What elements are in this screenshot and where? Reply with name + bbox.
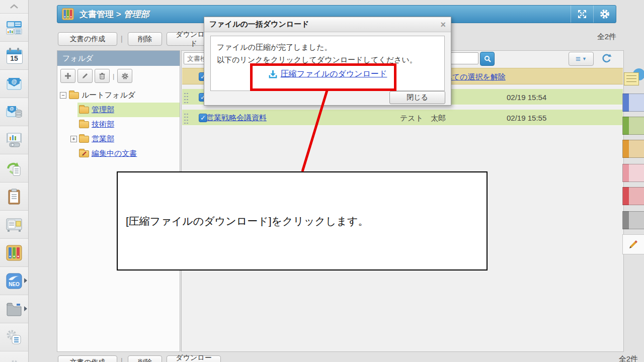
tree-expand-toggle[interactable]: + <box>70 136 77 142</box>
gear-icon <box>7 358 22 362</box>
fullscreen-button[interactable] <box>571 6 593 23</box>
gear-list-icon <box>6 329 23 346</box>
app-item-partial[interactable] <box>0 351 28 362</box>
tree-item-label[interactable]: 技術部 <box>92 120 114 129</box>
view-menu-button[interactable]: ≡ ▼ <box>569 52 594 66</box>
document-title-link[interactable]: 営業戦略会議資料 <box>206 113 267 123</box>
search-icon <box>484 55 492 63</box>
toolbar-separator: | <box>121 35 123 43</box>
dashboard-icon <box>6 20 23 36</box>
tree-item-label[interactable]: 編集中の文書 <box>92 149 137 158</box>
binder-red-icon[interactable] <box>622 187 644 205</box>
toolbar-separator: | <box>113 72 114 80</box>
delete-button-bottom[interactable]: 削除 <box>128 355 162 362</box>
folder-icon <box>79 136 89 143</box>
binder-pink-icon[interactable] <box>622 164 644 182</box>
chevron-up-icon <box>9 4 19 10</box>
edit-folder-button[interactable] <box>77 69 93 83</box>
presentation-icon <box>6 132 23 148</box>
svg-text:NEO: NEO <box>9 282 20 287</box>
gear-icon <box>121 72 129 80</box>
binder-orange-icon[interactable] <box>622 140 644 158</box>
dialog-title: ファイルの一括ダウンロード <box>209 20 440 29</box>
tree-item-gijutsubu[interactable]: 技術部 <box>77 117 180 132</box>
close-button[interactable]: 閉じる <box>389 91 445 104</box>
settings-button[interactable] <box>593 6 616 23</box>
plus-icon <box>64 72 71 79</box>
fullscreen-icon <box>577 9 587 19</box>
folder-icon <box>79 121 89 128</box>
app-item-file-management[interactable] <box>0 295 28 323</box>
document-datetime: 02/19 15:55 <box>507 114 546 122</box>
app-title: 文書管理 <box>79 10 114 19</box>
add-folder-button[interactable] <box>60 69 75 83</box>
tree-item-editing-documents[interactable]: 編集中の文書 <box>77 146 180 161</box>
breadcrumb: 文書管理 > 管理部 <box>79 9 149 20</box>
drag-handle[interactable] <box>184 113 189 124</box>
binders-icon <box>6 244 23 261</box>
binder-gray-icon[interactable] <box>622 211 644 229</box>
create-document-button-bottom[interactable]: 文書の作成 <box>58 355 117 362</box>
svg-text:@: @ <box>10 106 14 111</box>
folder-settings-button[interactable] <box>117 69 132 83</box>
mail-icon: @ <box>6 76 23 92</box>
refresh-icon <box>602 53 612 63</box>
app-launcher-strip: 15 @ @ <box>0 0 29 362</box>
app-item-mail-database[interactable]: @ <box>0 98 28 126</box>
binder-blue-icon[interactable] <box>622 94 644 112</box>
bulletin-board-icon <box>6 217 23 232</box>
dialog-title-bar: ファイルの一括ダウンロード × <box>204 17 451 32</box>
app-item-document-management[interactable] <box>0 239 28 267</box>
submenu-arrow-icon <box>24 278 27 283</box>
app-item-presentation[interactable] <box>0 126 28 154</box>
svg-text:@: @ <box>12 78 17 84</box>
document-author: テスト 太郎 <box>400 114 446 123</box>
mail-database-icon: @ <box>6 105 23 120</box>
breadcrumb-separator: > <box>116 10 121 19</box>
refresh-button[interactable] <box>600 52 614 65</box>
pencil-icon <box>82 72 89 79</box>
pencil-shortcut-icon[interactable] <box>622 234 644 254</box>
current-folder-name: 管理部 <box>123 10 149 19</box>
binder-green-icon[interactable] <box>622 117 644 135</box>
app-item-calendar[interactable]: 15 <box>0 42 28 70</box>
app-item-dashboard[interactable] <box>0 14 28 42</box>
close-icon[interactable]: × <box>440 20 446 29</box>
strip-collapse-button[interactable] <box>0 0 28 14</box>
sync-document-icon <box>6 160 22 176</box>
tree-item-label[interactable]: 営業部 <box>92 134 114 144</box>
tree-item-label[interactable]: 管理部 <box>92 105 114 115</box>
trash-icon <box>99 72 106 79</box>
download-button-bottom[interactable]: ダウンロード <box>167 355 221 362</box>
download-icon <box>268 69 278 79</box>
app-item-sync-document[interactable] <box>0 154 28 183</box>
app-item-bulletin-board[interactable] <box>0 211 28 239</box>
screen: 15 @ @ <box>0 0 644 362</box>
app-item-mail[interactable]: @ <box>0 70 28 98</box>
dialog-message-line2: 以下のリンクをクリックしてダウンロードしてください。 <box>217 53 438 66</box>
pencil-icon <box>82 150 88 156</box>
compressed-file-download-link[interactable]: 圧縮ファイルのダウンロード <box>281 69 387 79</box>
tree-item-kanribu[interactable]: 管理部 <box>77 103 180 117</box>
download-link-row: 圧縮ファイルのダウンロード <box>217 69 438 79</box>
delete-folder-button[interactable] <box>95 69 110 83</box>
search-button[interactable] <box>480 52 495 66</box>
create-document-button[interactable]: 文書の作成 <box>58 32 117 46</box>
app-item-settings-list[interactable] <box>0 323 28 351</box>
app-item-clipboard[interactable] <box>0 183 28 211</box>
memo-shortcut-icon[interactable] <box>624 68 644 88</box>
tree-item-root: − ルートフォルダ <box>57 88 180 103</box>
menu-icon: ≡ <box>576 55 581 63</box>
tree-collapse-toggle[interactable]: − <box>60 92 66 99</box>
chevron-down-icon: ▼ <box>582 56 587 61</box>
tree-item-label: ルートフォルダ <box>82 90 135 100</box>
total-count: 全2件 <box>597 32 616 42</box>
delete-button[interactable]: 削除 <box>128 32 162 46</box>
dialog-message-line1: ファイルの圧縮が完了しました。 <box>217 41 438 53</box>
bulk-download-dialog: ファイルの一括ダウンロード × ファイルの圧縮が完了しました。 以下のリンクをク… <box>204 17 451 106</box>
drag-handle[interactable] <box>184 92 189 103</box>
instruction-callout: [圧縮ファイルのダウンロード]をクリックします。 <box>117 171 488 270</box>
tree-item-eigyobu[interactable]: + 営業部 <box>70 132 180 146</box>
neo-icon: NEO <box>6 273 23 290</box>
app-item-neo[interactable]: NEO <box>0 267 28 295</box>
